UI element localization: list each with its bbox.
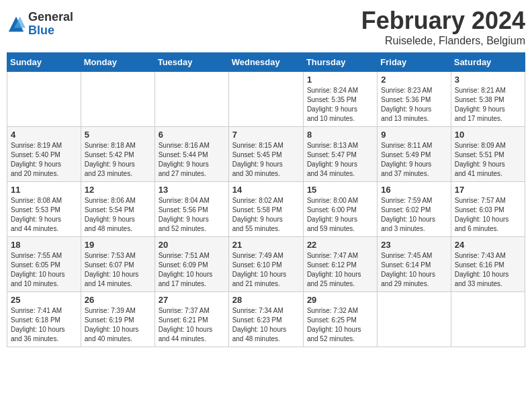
day-info: Sunrise: 8:02 AM Sunset: 5:58 PM Dayligh… [232,196,300,234]
day-number: 19 [85,240,151,250]
day-number: 4 [11,130,77,140]
calendar-cell: 6Sunrise: 8:16 AM Sunset: 5:44 PM Daylig… [154,127,228,182]
day-number: 27 [159,295,225,305]
day-number: 23 [381,240,447,250]
day-number: 25 [11,295,77,305]
calendar-cell: 17Sunrise: 7:57 AM Sunset: 6:03 PM Dayli… [451,182,525,237]
day-info: Sunrise: 8:06 AM Sunset: 5:54 PM Dayligh… [85,196,151,234]
calendar-cell: 19Sunrise: 7:53 AM Sunset: 6:07 PM Dayli… [81,237,154,292]
day-info: Sunrise: 8:00 AM Sunset: 6:00 PM Dayligh… [307,196,373,234]
calendar-cell [81,72,154,127]
month-title: February 2024 [361,7,525,35]
day-info: Sunrise: 8:24 AM Sunset: 5:35 PM Dayligh… [307,86,373,124]
day-number: 5 [85,130,151,140]
calendar-cell: 12Sunrise: 8:06 AM Sunset: 5:54 PM Dayli… [81,182,154,237]
day-info: Sunrise: 8:08 AM Sunset: 5:53 PM Dayligh… [11,196,77,234]
calendar-cell: 4Sunrise: 8:19 AM Sunset: 5:40 PM Daylig… [7,127,81,182]
day-number: 3 [455,75,521,85]
day-number: 14 [232,185,300,195]
day-info: Sunrise: 8:11 AM Sunset: 5:49 PM Dayligh… [381,141,447,179]
day-info: Sunrise: 8:13 AM Sunset: 5:47 PM Dayligh… [307,141,373,179]
day-number: 29 [307,295,373,305]
calendar-cell: 24Sunrise: 7:43 AM Sunset: 6:16 PM Dayli… [451,237,525,292]
calendar-cell [7,72,81,127]
day-info: Sunrise: 8:21 AM Sunset: 5:38 PM Dayligh… [455,86,521,124]
calendar-week-0: 1Sunrise: 8:24 AM Sunset: 5:35 PM Daylig… [7,72,525,127]
calendar-cell: 13Sunrise: 8:04 AM Sunset: 5:56 PM Dayli… [154,182,228,237]
day-info: Sunrise: 7:49 AM Sunset: 6:10 PM Dayligh… [232,251,300,289]
calendar-cell: 25Sunrise: 7:41 AM Sunset: 6:18 PM Dayli… [7,292,81,347]
day-number: 6 [159,130,225,140]
day-info: Sunrise: 7:43 AM Sunset: 6:16 PM Dayligh… [455,251,521,289]
day-info: Sunrise: 8:19 AM Sunset: 5:40 PM Dayligh… [11,141,77,179]
day-number: 20 [159,240,225,250]
day-info: Sunrise: 7:53 AM Sunset: 6:07 PM Dayligh… [85,251,151,289]
day-number: 2 [381,75,447,85]
day-info: Sunrise: 8:16 AM Sunset: 5:44 PM Dayligh… [159,141,225,179]
calendar-cell [378,292,451,347]
day-number: 22 [307,240,373,250]
calendar-cell: 18Sunrise: 7:55 AM Sunset: 6:05 PM Dayli… [7,237,81,292]
weekday-header-sunday: Sunday [7,53,81,72]
day-number: 21 [232,240,300,250]
day-number: 8 [307,130,373,140]
day-number: 12 [85,185,151,195]
day-info: Sunrise: 7:55 AM Sunset: 6:05 PM Dayligh… [11,251,77,289]
weekday-header-tuesday: Tuesday [154,53,228,72]
calendar-cell: 8Sunrise: 8:13 AM Sunset: 5:47 PM Daylig… [303,127,377,182]
calendar-cell: 10Sunrise: 8:09 AM Sunset: 5:51 PM Dayli… [451,127,525,182]
day-number: 11 [11,185,77,195]
calendar-week-2: 11Sunrise: 8:08 AM Sunset: 5:53 PM Dayli… [7,182,525,237]
calendar-week-3: 18Sunrise: 7:55 AM Sunset: 6:05 PM Dayli… [7,237,525,292]
weekday-header-saturday: Saturday [451,53,525,72]
weekday-header-friday: Friday [378,53,451,72]
calendar-cell: 15Sunrise: 8:00 AM Sunset: 6:00 PM Dayli… [303,182,377,237]
day-number: 18 [11,240,77,250]
day-info: Sunrise: 7:45 AM Sunset: 6:14 PM Dayligh… [381,251,447,289]
calendar-week-1: 4Sunrise: 8:19 AM Sunset: 5:40 PM Daylig… [7,127,525,182]
logo: General Blue [7,11,73,38]
header: General Blue February 2024 Ruiselede, Fl… [7,7,525,47]
calendar-cell: 14Sunrise: 8:02 AM Sunset: 5:58 PM Dayli… [228,182,303,237]
day-info: Sunrise: 7:51 AM Sunset: 6:09 PM Dayligh… [159,251,225,289]
day-info: Sunrise: 7:32 AM Sunset: 6:25 PM Dayligh… [307,306,373,344]
day-info: Sunrise: 7:39 AM Sunset: 6:19 PM Dayligh… [85,306,151,344]
day-number: 1 [307,75,373,85]
calendar-cell [451,292,525,347]
calendar-cell: 7Sunrise: 8:15 AM Sunset: 5:45 PM Daylig… [228,127,303,182]
calendar-week-4: 25Sunrise: 7:41 AM Sunset: 6:18 PM Dayli… [7,292,525,347]
day-number: 9 [381,130,447,140]
day-info: Sunrise: 7:47 AM Sunset: 6:12 PM Dayligh… [307,251,373,289]
day-info: Sunrise: 7:57 AM Sunset: 6:03 PM Dayligh… [455,196,521,234]
day-number: 10 [455,130,521,140]
day-info: Sunrise: 8:15 AM Sunset: 5:45 PM Dayligh… [232,141,300,179]
calendar-cell: 26Sunrise: 7:39 AM Sunset: 6:19 PM Dayli… [81,292,154,347]
day-number: 28 [232,295,300,305]
day-number: 15 [307,185,373,195]
day-info: Sunrise: 7:41 AM Sunset: 6:18 PM Dayligh… [11,306,77,344]
day-info: Sunrise: 8:18 AM Sunset: 5:42 PM Dayligh… [85,141,151,179]
calendar-cell: 28Sunrise: 7:34 AM Sunset: 6:23 PM Dayli… [228,292,303,347]
calendar-cell: 9Sunrise: 8:11 AM Sunset: 5:49 PM Daylig… [378,127,451,182]
day-number: 17 [455,185,521,195]
calendar-cell: 20Sunrise: 7:51 AM Sunset: 6:09 PM Dayli… [154,237,228,292]
title-area: February 2024 Ruiselede, Flanders, Belgi… [361,7,525,47]
day-info: Sunrise: 7:34 AM Sunset: 6:23 PM Dayligh… [232,306,300,344]
weekday-header-row: SundayMondayTuesdayWednesdayThursdayFrid… [7,53,525,72]
calendar-cell: 11Sunrise: 8:08 AM Sunset: 5:53 PM Dayli… [7,182,81,237]
calendar-cell: 27Sunrise: 7:37 AM Sunset: 6:21 PM Dayli… [154,292,228,347]
calendar-cell [228,72,303,127]
calendar-cell: 1Sunrise: 8:24 AM Sunset: 5:35 PM Daylig… [303,72,377,127]
logo-icon [7,15,26,34]
calendar-cell: 2Sunrise: 8:23 AM Sunset: 5:36 PM Daylig… [378,72,451,127]
calendar-cell: 16Sunrise: 7:59 AM Sunset: 6:02 PM Dayli… [378,182,451,237]
weekday-header-wednesday: Wednesday [228,53,303,72]
day-info: Sunrise: 7:37 AM Sunset: 6:21 PM Dayligh… [159,306,225,344]
day-number: 24 [455,240,521,250]
calendar-cell: 22Sunrise: 7:47 AM Sunset: 6:12 PM Dayli… [303,237,377,292]
calendar-cell: 23Sunrise: 7:45 AM Sunset: 6:14 PM Dayli… [378,237,451,292]
calendar-cell [154,72,228,127]
calendar-cell: 21Sunrise: 7:49 AM Sunset: 6:10 PM Dayli… [228,237,303,292]
day-info: Sunrise: 8:04 AM Sunset: 5:56 PM Dayligh… [159,196,225,234]
day-info: Sunrise: 8:23 AM Sunset: 5:36 PM Dayligh… [381,86,447,124]
